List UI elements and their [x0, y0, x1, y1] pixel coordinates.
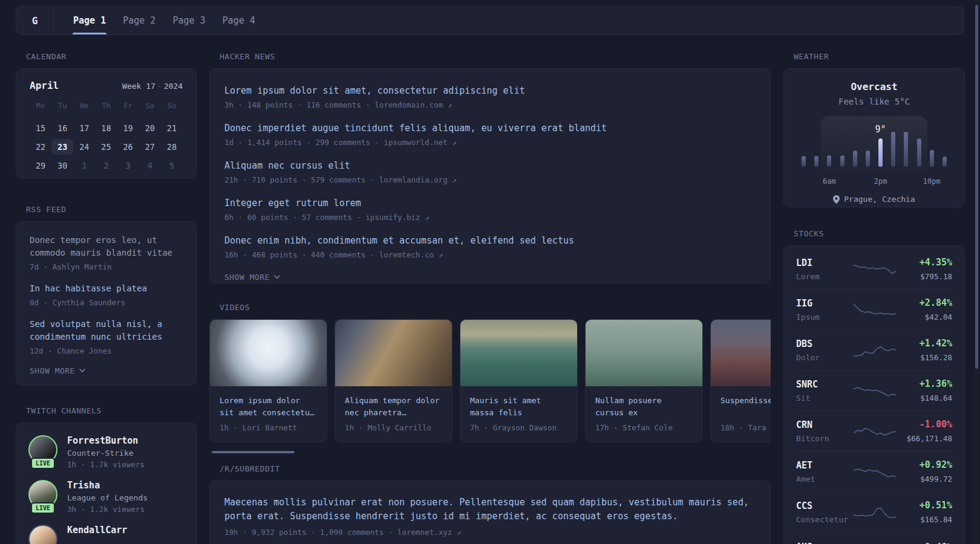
page-scrollbar-thumb[interactable] — [975, 5, 978, 369]
hackernews-item-title[interactable]: Aliquam nec cursus elit — [224, 160, 756, 171]
subreddit-heading: /R/SUBREDDIT — [220, 464, 771, 473]
video-card[interactable]: Mauris sit amet massa felis 7h · Grayson… — [460, 319, 578, 442]
weather-bar-slot — [840, 116, 844, 173]
stock-change: +0.46% — [896, 542, 952, 544]
stock-row[interactable]: CCS Consectetur +0.51% $165.84 — [796, 491, 952, 532]
video-card[interactable]: Aliquam tempor dolor nec pharetra… 1h · … — [335, 319, 452, 442]
calendar-heading: CALENDAR — [26, 52, 197, 61]
video-card[interactable]: Lorem ipsum dolor sit amet consectetu… 1… — [209, 319, 327, 442]
calendar-day: 27 — [139, 139, 161, 155]
twitch-channel-name[interactable]: KendallCarr — [67, 525, 127, 536]
page-tab[interactable]: Page 4 — [214, 7, 264, 34]
app-logo[interactable]: G — [16, 7, 54, 34]
hackernews-item-title[interactable]: Integer eget rutrum lorem — [224, 198, 756, 209]
video-title[interactable]: Nullam posuere cursus ex — [595, 395, 693, 419]
videos-scrollbar[interactable] — [212, 451, 295, 453]
stock-row[interactable]: AET Amet +0.92% $499.72 — [796, 451, 952, 491]
video-title[interactable]: Mauris sit amet massa felis — [470, 395, 567, 419]
twitch-channel-row[interactable]: KendallCarr — [28, 525, 184, 544]
hackernews-item-title[interactable]: Donec imperdiet augue tincidunt felis al… — [224, 123, 756, 134]
stock-sparkline — [854, 540, 896, 544]
stock-sparkline — [854, 504, 896, 520]
rss-show-more-button[interactable]: SHOW MORE — [30, 366, 183, 375]
calendar-day: 5 — [161, 158, 183, 173]
hackernews-item-meta: 3h · 148 points · 116 comments · loremdo… — [224, 100, 756, 109]
hackernews-item-meta: 21h · 710 points · 579 comments · loreml… — [224, 175, 756, 184]
weather-section: WEATHER Overcast Feels like 5°C — [783, 52, 965, 207]
rss-item-title[interactable]: In hac habitasse platea — [30, 282, 183, 295]
twitch-channel-name[interactable]: Trisha — [67, 480, 148, 491]
weather-bar — [802, 156, 806, 167]
twitch-channel-name[interactable]: ForrestBurton — [67, 435, 145, 446]
video-thumbnail[interactable] — [210, 320, 327, 386]
twitch-channel-row[interactable]: LIVE ForrestBurton Counter-Strike 1h · 1… — [28, 435, 184, 469]
stock-sparkline — [854, 463, 896, 480]
top-nav: G Page 1Page 2Page 3Page 4 — [16, 6, 964, 35]
weather-bar-slot — [853, 116, 857, 173]
calendar-day: 22 — [30, 139, 51, 155]
stock-row[interactable]: DBS Dolor +1.42% $156.28 — [796, 329, 952, 370]
calendar-week: Week 17 — [122, 82, 155, 91]
hackernews-item-title[interactable]: Lorem ipsum dolor sit amet, consectetur … — [224, 85, 756, 96]
rss-item-meta: 12d · Chance Jones — [30, 346, 183, 355]
videos-heading: VIDEOS — [220, 303, 771, 312]
weather-bar-slot — [814, 116, 818, 173]
video-title[interactable]: Aliquam tempor dolor nec pharetra… — [345, 395, 442, 419]
hackernews-item-title[interactable]: Donec enim nibh, condimentum et accumsan… — [224, 235, 756, 246]
weather-heading: WEATHER — [794, 52, 965, 61]
video-meta: 1h · Lori Barnett — [220, 423, 317, 432]
stock-symbol: DBS — [796, 338, 854, 349]
stock-row[interactable]: LDI Lorem +4.35% $795.18 — [796, 249, 952, 289]
video-thumbnail[interactable] — [460, 320, 577, 386]
rss-item-meta: 7d · Ashlyn Martin — [30, 262, 183, 271]
twitch-channel-row[interactable]: LIVE Trisha League of Legends 3h · 1.2k … — [28, 480, 184, 514]
content-columns: CALENDAR April Week 17·2024 MoTuWeThFrSa… — [16, 52, 965, 544]
chevron-down-icon — [79, 369, 85, 373]
videos-carousel: Lorem ipsum dolor sit amet consectetu… 1… — [209, 319, 771, 442]
weather-temp-label: 9° — [875, 124, 886, 135]
stocks-heading: STOCKS — [794, 229, 965, 238]
left-column: CALENDAR April Week 17·2024 MoTuWeThFrSa… — [16, 52, 197, 544]
stock-sparkline — [854, 423, 896, 439]
stock-row[interactable]: IIG Ipsum +2.84% $42.04 — [796, 289, 952, 329]
weekday-label: Th — [95, 100, 117, 112]
stock-sparkline — [854, 382, 896, 399]
weather-bar — [814, 156, 818, 167]
video-thumbnail[interactable] — [335, 320, 452, 386]
stock-change: +2.84% — [896, 297, 952, 308]
stock-row[interactable]: AHS +0.46% — [796, 532, 952, 544]
twitch-channel-meta: 3h · 1.2k viewers — [67, 505, 148, 514]
calendar-widget: April Week 17·2024 MoTuWeThFrSaSu 151617… — [16, 68, 197, 178]
stock-change: -1.00% — [896, 419, 952, 430]
video-card[interactable]: Nullam posuere cursus ex 17h · Stefan Co… — [585, 319, 703, 442]
twitch-heading: TWITCH CHANNELS — [26, 406, 197, 415]
page-tab[interactable]: Page 1 — [65, 7, 114, 34]
video-title[interactable]: Suspendisse diam — [720, 395, 771, 419]
reddit-post-title[interactable]: Maecenas mollis pulvinar erat non posuer… — [224, 496, 756, 523]
rss-item: Donec tempor eros leo, ut commodo mauris… — [30, 234, 183, 271]
calendar-day: 4 — [139, 158, 161, 173]
hackernews-heading: HACKER NEWS — [220, 52, 771, 61]
video-thumbnail[interactable] — [586, 320, 702, 386]
rss-item-title[interactable]: Donec tempor eros leo, ut commodo mauris… — [30, 234, 183, 259]
hackernews-show-more-button[interactable]: SHOW MORE — [224, 273, 756, 282]
stock-name: Ipsum — [796, 312, 854, 322]
daylight-region — [821, 116, 927, 173]
stock-symbol: LDI — [796, 257, 854, 268]
video-card[interactable]: Suspendisse diam 18h · Tara — [710, 319, 771, 442]
calendar-day: 21 — [161, 120, 183, 136]
dashboard-page: G Page 1Page 2Page 3Page 4 CALENDAR Apri… — [0, 0, 980, 544]
calendar-day: 24 — [73, 139, 95, 155]
page-tab[interactable]: Page 2 — [114, 7, 164, 34]
weather-location: Prague, Czechia — [802, 195, 947, 204]
calendar-day: 26 — [117, 139, 139, 155]
stock-row[interactable]: SNRC Sit +1.36% $148.64 — [796, 370, 952, 410]
video-title[interactable]: Lorem ipsum dolor sit amet consectetu… — [220, 395, 317, 419]
reddit-post-meta: 19h · 9,932 points · 1,090 comments · lo… — [224, 528, 756, 537]
rss-item: In hac habitasse platea 8d · Cynthia Sau… — [30, 282, 183, 307]
page-tab[interactable]: Page 3 — [164, 7, 214, 34]
weather-bar — [891, 132, 895, 167]
rss-item-title[interactable]: Sed volutpat nulla nisl, a condimentum n… — [30, 318, 183, 343]
video-thumbnail[interactable] — [711, 320, 771, 386]
stock-row[interactable]: CRN Bitcorn -1.00% $66,171.48 — [796, 410, 952, 451]
